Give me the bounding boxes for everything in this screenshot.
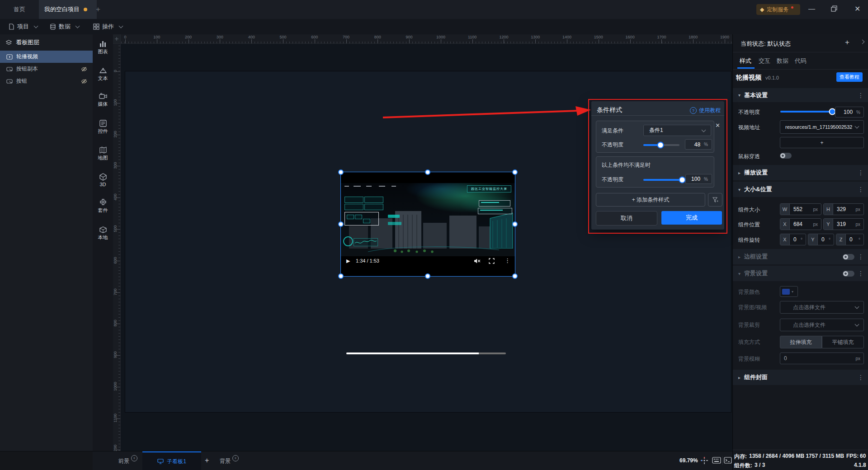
dock-item-chart[interactable]: 图表 (93, 40, 113, 55)
menu-action[interactable]: 操作 (87, 19, 129, 34)
kebab-menu-icon[interactable]: ⋮ (858, 254, 864, 260)
add-background-icon[interactable]: + (232, 455, 239, 461)
add-condition-style-button[interactable]: + 添加条件样式 (596, 193, 705, 207)
opacity-slider[interactable] (643, 144, 679, 146)
dock-item-local[interactable]: 本地 (93, 226, 113, 241)
bg-media-select[interactable]: 点击选择文件 (780, 301, 864, 314)
tab-home[interactable]: 首页 (0, 0, 39, 19)
zoom-level[interactable]: 69.79% (679, 457, 698, 464)
section-border-settings[interactable]: ▸ 边框设置 ⋮ (733, 249, 868, 264)
add-board-button[interactable]: + (205, 456, 209, 465)
fullscreen-icon[interactable] (489, 258, 495, 264)
background-tab[interactable]: 背景 + (216, 451, 242, 470)
menu-data[interactable]: 数据 (43, 19, 85, 34)
view-tutorial-button[interactable]: 查看教程 (836, 72, 863, 82)
layer-item-button[interactable]: 按钮 (0, 75, 93, 87)
subboard-tab-active[interactable]: 子看板1 (142, 451, 201, 470)
kebab-menu-icon[interactable]: ⋮ (858, 270, 864, 277)
mouse-through-toggle[interactable] (780, 153, 792, 159)
foreground-tab[interactable]: 前景 + (113, 451, 143, 470)
close-button[interactable]: ✕ (854, 5, 860, 13)
section-component-cover[interactable]: ▸ 组件封面 ⋮ (733, 370, 868, 385)
dock-item-widget[interactable]: 控件 (93, 120, 113, 135)
menu-project[interactable]: 项目 (2, 19, 44, 34)
dock-item-map[interactable]: 地图 (93, 146, 113, 161)
pos-y-input[interactable]: Y 319 px (823, 218, 864, 230)
tutorial-link[interactable]: ? 使用教程 (690, 107, 721, 114)
rot-z-input[interactable]: Z 0 ° (836, 234, 864, 245)
opacity-input[interactable]: 48 % (685, 139, 712, 150)
maximize-icon[interactable] (831, 5, 837, 12)
opacity-input[interactable]: 100 % (835, 107, 864, 118)
dock-item-text[interactable]: 文本 (93, 67, 113, 82)
chevron-right-icon[interactable] (860, 40, 865, 44)
kebab-menu-icon[interactable]: ⋮ (858, 169, 864, 176)
resize-handle-sw[interactable] (338, 273, 344, 279)
resize-handle-ne[interactable] (512, 169, 518, 175)
eye-off-icon[interactable] (81, 79, 87, 84)
condition-select[interactable]: 条件1 (643, 125, 711, 136)
dock-item-media[interactable]: 媒体 (93, 93, 113, 108)
rot-x-input[interactable]: X 0 ° (780, 234, 806, 245)
more-options-icon[interactable]: ⋮ (505, 257, 510, 264)
section-size-position[interactable]: ▾ 大小&位置 ⋮ (733, 182, 868, 197)
rot-y-input[interactable]: Y 0 ° (808, 234, 834, 245)
bg-blur-input[interactable]: 0 px (780, 352, 864, 364)
eye-off-icon[interactable] (81, 66, 87, 72)
video-url-select[interactable]: resources/1.m_171195002532 (780, 120, 864, 134)
layer-item-carousel-video[interactable]: 轮播视频 (0, 51, 93, 63)
keyboard-shortcuts-icon[interactable] (712, 457, 721, 464)
border-toggle[interactable] (843, 254, 854, 260)
video-progress-bar[interactable] (346, 352, 506, 354)
bg-color-picker[interactable]: ▾ (780, 286, 798, 297)
kebab-menu-icon[interactable]: ⋮ (858, 92, 864, 99)
width-input[interactable]: W 552 px (780, 203, 821, 215)
resize-handle-n[interactable] (425, 169, 430, 175)
pos-x-input[interactable]: X 684 px (780, 218, 821, 230)
custom-service-badge[interactable]: ◆ 定制服务 (756, 4, 800, 15)
layer-item-button-copy[interactable]: 按钮副本 (0, 63, 93, 75)
fallback-opacity-input[interactable]: 100 % (685, 174, 712, 184)
ruler-corner[interactable] (113, 34, 121, 44)
remove-condition-icon[interactable]: ✕ (715, 122, 720, 129)
slider-knob[interactable] (679, 177, 686, 183)
section-basic-settings[interactable]: ▾ 基本设置 ⋮ (733, 88, 868, 102)
bg-crop-select[interactable]: 点击选择文件 (780, 319, 864, 331)
cancel-button[interactable]: 取消 (596, 211, 657, 226)
dock-item-kit[interactable]: 套件 (93, 198, 113, 214)
tab-project[interactable]: 我的空白项目 (39, 0, 97, 19)
new-tab-button[interactable]: + (96, 5, 100, 14)
fallback-opacity-slider[interactable] (643, 179, 682, 181)
height-input[interactable]: H 329 px (823, 203, 864, 215)
slider-knob[interactable] (657, 142, 664, 149)
tab-code[interactable]: 代码 (795, 57, 807, 65)
resize-handle-w[interactable] (338, 221, 344, 227)
kebab-menu-icon[interactable]: ⋮ (858, 374, 864, 381)
kebab-menu-icon[interactable]: ⋮ (858, 186, 864, 193)
section-play-settings[interactable]: ▸ 播放设置 ⋮ (733, 165, 868, 180)
dock-item-3d[interactable]: 3D (93, 173, 113, 187)
background-toggle[interactable] (843, 271, 854, 277)
section-background-settings[interactable]: ▾ 背景设置 ⋮ (733, 266, 868, 281)
add-state-button[interactable]: + (845, 38, 849, 47)
console-icon[interactable] (724, 457, 732, 464)
confirm-button[interactable]: 完成 (661, 211, 722, 225)
add-video-button[interactable]: + (780, 137, 864, 148)
opacity-slider[interactable] (780, 111, 832, 113)
resize-handle-e[interactable] (512, 221, 518, 227)
tab-interaction[interactable]: 交互 (759, 57, 770, 65)
add-foreground-icon[interactable]: + (131, 455, 137, 461)
fill-tile-button[interactable]: 平铺填充 (822, 336, 864, 348)
resize-handle-nw[interactable] (338, 169, 344, 175)
play-icon[interactable]: ▶ (346, 258, 350, 264)
minimize-button[interactable]: — (808, 5, 815, 12)
carousel-video-component[interactable]: 园区工业智能监控大屏 ▶ 1:34 / 1:53 (341, 172, 515, 276)
fit-view-icon[interactable] (700, 456, 708, 465)
resize-handle-se[interactable] (512, 273, 518, 279)
resize-handle-s[interactable] (425, 273, 430, 279)
filter-add-button[interactable] (708, 193, 722, 207)
fill-stretch-button[interactable]: 拉伸填充 (780, 336, 822, 348)
mute-icon[interactable] (474, 258, 481, 264)
tab-style[interactable]: 样式 (740, 57, 751, 65)
tab-data[interactable]: 数据 (777, 57, 788, 65)
